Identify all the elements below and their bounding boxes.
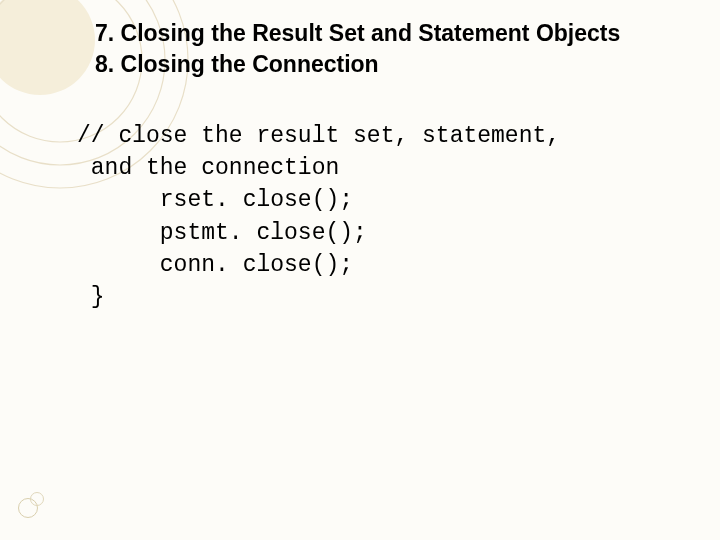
code-line: }	[77, 284, 105, 310]
code-line: rset. close();	[77, 187, 353, 213]
bottom-left-rings-icon	[18, 492, 48, 522]
heading-line-1: 7. Closing the Result Set and Statement …	[95, 18, 710, 49]
svg-point-0	[0, 0, 95, 95]
code-block: // close the result set, statement, and …	[77, 120, 710, 313]
heading-line-2: 8. Closing the Connection	[95, 49, 710, 80]
code-line: and the connection	[77, 155, 339, 181]
code-line: conn. close();	[77, 252, 353, 278]
code-line: // close the result set, statement,	[77, 123, 560, 149]
code-line: pstmt. close();	[77, 220, 367, 246]
slide-content: 7. Closing the Result Set and Statement …	[95, 18, 710, 313]
